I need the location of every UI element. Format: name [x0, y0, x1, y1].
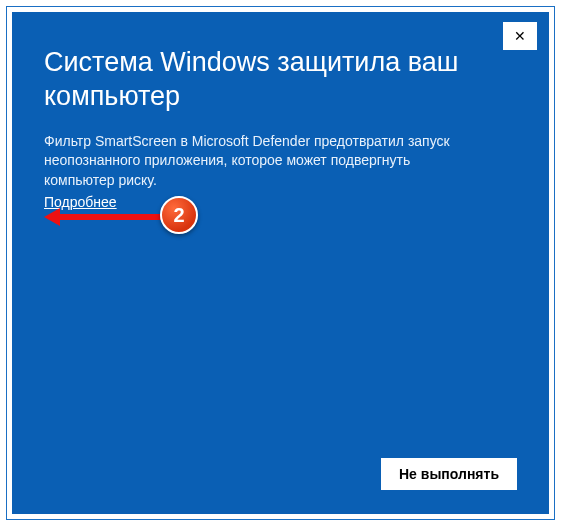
dialog-body-text: Фильтр SmartScreen в Microsoft Defender … [44, 132, 474, 191]
more-info-link[interactable]: Подробнее [44, 194, 117, 210]
close-icon: ✕ [514, 28, 526, 44]
close-button[interactable]: ✕ [503, 22, 537, 50]
dialog-title: Система Windows защитила ваш компьютер [44, 46, 477, 114]
dont-run-button[interactable]: Не выполнять [381, 458, 517, 490]
smartscreen-dialog: Система Windows защитила ваш компьютер Ф… [12, 12, 549, 514]
dialog-footer: Не выполнять [44, 458, 517, 490]
